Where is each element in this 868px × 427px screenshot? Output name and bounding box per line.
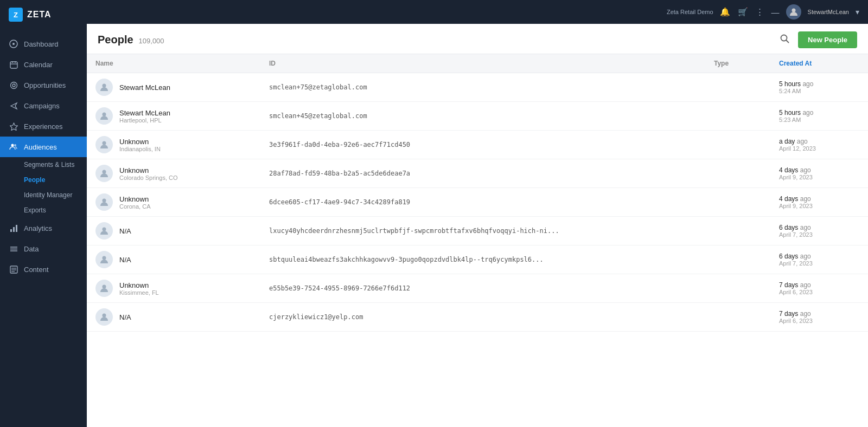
- sidebar: Z ZETA Dashboard Calendar Opportunities: [0, 0, 87, 427]
- table-row[interactable]: Unknown Kissimmee, FL e55b5e39-7524-4955…: [87, 274, 868, 303]
- created-cell: 5 hours ago 5:24 AM: [770, 73, 868, 102]
- sidebar-item-campaigns[interactable]: Campaigns: [0, 95, 87, 116]
- people-count: 109,000: [139, 37, 164, 45]
- dashboard-icon: [9, 39, 18, 49]
- subnav-people[interactable]: People: [0, 172, 87, 187]
- svg-rect-12: [13, 227, 15, 232]
- svg-point-32: [103, 314, 106, 318]
- col-type: Type: [705, 54, 770, 73]
- created-cell: 7 days ago April 6, 2023: [770, 274, 868, 303]
- person-info: Unknown Colorado Springs, CO: [119, 166, 178, 181]
- person-name: Stewart McLean: [119, 109, 170, 117]
- person-name: N/A: [119, 227, 131, 235]
- person-info: Unknown Kissimmee, FL: [119, 281, 159, 296]
- created-cell: 7 days ago April 6, 2023: [770, 303, 868, 332]
- minimize-icon[interactable]: —: [771, 8, 780, 17]
- id-cell: 28af78ad-fd59-48ba-b2a5-ac5de6deae7a: [260, 159, 705, 188]
- sidebar-item-experiences[interactable]: Experiences: [0, 116, 87, 137]
- table-row[interactable]: Unknown Indianapolis, IN 3e3f961f-da0d-4…: [87, 131, 868, 159]
- person-name: N/A: [119, 313, 131, 321]
- person-avatar: [95, 79, 113, 96]
- created-date: April 9, 2023: [779, 203, 859, 209]
- table-row[interactable]: Stewart McLean Hartlepool, HPL smclean+4…: [87, 102, 868, 131]
- person-name: Stewart McLean: [119, 83, 170, 92]
- type-cell: [705, 131, 770, 159]
- person-info: Stewart McLean: [119, 83, 170, 92]
- search-button[interactable]: [777, 31, 792, 48]
- person-avatar: [95, 222, 113, 240]
- created-cell: 6 days ago April 7, 2023: [770, 217, 868, 245]
- main-area: Zeta Retail Demo 🔔 🛒 ⋮ — StewartMcLean ▾…: [87, 0, 868, 427]
- name-cell: Unknown Corona, CA: [87, 188, 260, 217]
- id-cell: lxucy40yhcdeerdnrzhesnmj5uclrtwpbfjf-swp…: [260, 217, 705, 245]
- name-cell: Unknown Kissimmee, FL: [87, 274, 260, 303]
- table-row[interactable]: N/A cjerzykliewicz1@yelp.com 7 days ago …: [87, 303, 868, 332]
- name-cell: Stewart McLean: [87, 73, 260, 102]
- col-name: Name: [87, 54, 260, 73]
- svg-point-27: [103, 170, 106, 174]
- created-ago: 5 hours ago: [779, 80, 859, 88]
- subnav-exports[interactable]: Exports: [0, 203, 87, 218]
- created-cell: 6 days ago April 7, 2023: [770, 245, 868, 274]
- sidebar-item-calendar[interactable]: Calendar: [0, 54, 87, 75]
- person-avatar: [95, 107, 113, 125]
- table-row[interactable]: Unknown Colorado Springs, CO 28af78ad-fd…: [87, 159, 868, 188]
- svg-point-26: [103, 141, 106, 145]
- svg-point-7: [12, 84, 15, 87]
- topbar-user: Zeta Retail Demo: [667, 9, 713, 15]
- col-created[interactable]: Created At: [770, 54, 868, 73]
- person-avatar: [95, 308, 113, 326]
- svg-line-23: [787, 41, 789, 43]
- audiences-subnav: Segments & Lists People Identity Manager…: [0, 157, 87, 218]
- sidebar-item-dashboard-label: Dashboard: [24, 40, 59, 48]
- id-cell: smclean+75@zetaglobal.com: [260, 73, 705, 102]
- name-cell: Unknown Indianapolis, IN: [87, 131, 260, 159]
- created-date: April 7, 2023: [779, 231, 859, 238]
- svg-point-10: [14, 144, 16, 146]
- sidebar-item-audiences[interactable]: Audiences: [0, 137, 87, 157]
- sidebar-item-opportunities[interactable]: Opportunities: [0, 75, 87, 95]
- svg-point-29: [103, 228, 106, 231]
- created-ago: 4 days ago: [779, 166, 859, 174]
- created-date: 5:23 AM: [779, 117, 859, 123]
- person-info: Stewart McLean Hartlepool, HPL: [119, 109, 170, 124]
- sidebar-item-content-label: Content: [24, 266, 49, 274]
- page-title-row: People 109,000: [98, 34, 164, 46]
- id-cell: e55b5e39-7524-4955-8969-7266e7f6d112: [260, 274, 705, 303]
- created-ago: 4 days ago: [779, 195, 859, 203]
- svg-point-21: [792, 9, 795, 12]
- table-row[interactable]: N/A sbtquuleai4bweazfs3akchhkagowvv9-3pu…: [87, 245, 868, 274]
- name-cell: Stewart McLean Hartlepool, HPL: [87, 102, 260, 131]
- sidebar-item-dashboard[interactable]: Dashboard: [0, 34, 87, 54]
- created-cell: 4 days ago April 9, 2023: [770, 188, 868, 217]
- subnav-identity[interactable]: Identity Manager: [0, 187, 87, 203]
- menu-icon[interactable]: ⋮: [756, 7, 764, 17]
- table-row[interactable]: Stewart McLean smclean+75@zetaglobal.com…: [87, 73, 868, 102]
- logo[interactable]: Z ZETA: [0, 0, 87, 29]
- user-avatar[interactable]: [786, 4, 801, 20]
- analytics-icon: [9, 223, 18, 233]
- person-name: Unknown: [119, 195, 150, 203]
- topbar-dropdown-icon[interactable]: ▾: [856, 8, 859, 16]
- person-avatar: [95, 251, 113, 268]
- name-cell: Unknown Colorado Springs, CO: [87, 159, 260, 188]
- type-cell: [705, 245, 770, 274]
- type-cell: [705, 274, 770, 303]
- sidebar-item-analytics[interactable]: Analytics: [0, 218, 87, 238]
- page-title: People: [98, 34, 133, 46]
- subnav-segments[interactable]: Segments & Lists: [0, 157, 87, 172]
- new-people-button[interactable]: New People: [798, 31, 857, 48]
- name-cell: N/A: [87, 217, 260, 245]
- sidebar-item-analytics-label: Analytics: [24, 224, 52, 232]
- cart-icon[interactable]: 🛒: [738, 7, 748, 17]
- sidebar-item-data[interactable]: Data: [0, 238, 87, 259]
- sidebar-item-content[interactable]: Content: [0, 259, 87, 280]
- sidebar-item-experiences-label: Experiences: [24, 122, 63, 131]
- table-row[interactable]: N/A lxucy40yhcdeerdnrzhesnmj5uclrtwpbfjf…: [87, 217, 868, 245]
- table-row[interactable]: Unknown Corona, CA 6dcee605-cf17-4ae9-94…: [87, 188, 868, 217]
- created-ago: 6 days ago: [779, 253, 859, 260]
- notification-icon[interactable]: 🔔: [720, 7, 730, 17]
- person-info: N/A: [119, 256, 131, 264]
- created-ago: 5 hours ago: [779, 109, 859, 117]
- type-cell: [705, 73, 770, 102]
